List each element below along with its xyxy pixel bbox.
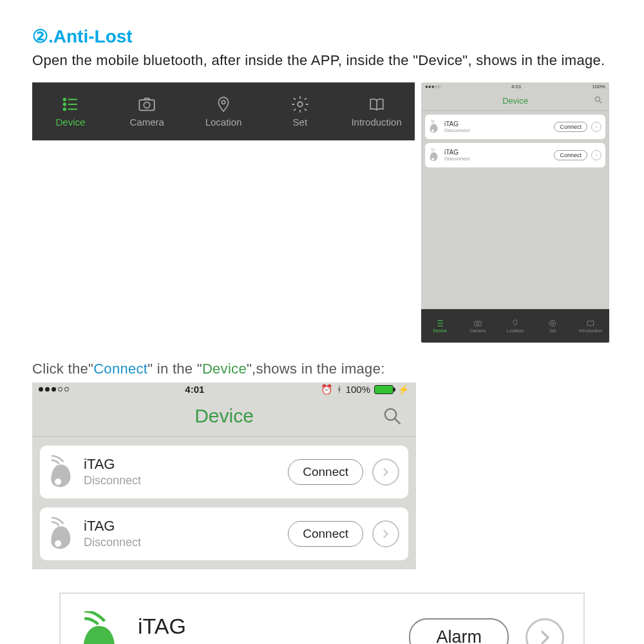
search-icon[interactable]	[383, 406, 402, 426]
book-icon	[585, 319, 596, 328]
tab-label: Camera	[130, 117, 164, 128]
svg-point-8	[222, 100, 225, 104]
highlight-connect: Connect	[93, 361, 147, 377]
svg-point-9	[298, 102, 303, 108]
device-status: Disconnect	[84, 536, 279, 549]
big-phone-preview: 4:01 ⏰ ᚼ 100% ⚡ Device iTAG Disconnect C…	[32, 383, 416, 569]
gear-icon	[289, 95, 311, 114]
tab-label: Location	[205, 117, 242, 128]
tag-icon	[429, 147, 440, 163]
tab-label: Device	[55, 117, 85, 128]
svg-point-4	[64, 108, 66, 110]
connect-button[interactable]: Connect	[554, 150, 587, 160]
chevron-right-icon[interactable]: ›	[591, 150, 601, 160]
tab-device[interactable]: Device	[32, 82, 109, 140]
battery-indicator: ⏰ ᚼ 100% ⚡	[321, 384, 410, 395]
pin-icon	[510, 319, 520, 328]
tab-introduction[interactable]: Introduction	[572, 309, 609, 343]
device-row: iTAG Disconnect Connect	[40, 446, 408, 498]
status-battery: 100%	[592, 84, 605, 90]
gear-icon	[547, 319, 558, 328]
list-icon	[435, 319, 445, 328]
bluetooth-icon: ᚼ	[337, 384, 342, 394]
alarm-icon: ⏰	[321, 384, 333, 395]
signal-dots	[39, 387, 69, 392]
svg-point-7	[144, 102, 150, 108]
device-status: Connected	[138, 641, 392, 644]
device-name: iTAG	[84, 456, 279, 473]
pin-icon	[213, 95, 234, 114]
mini-device-row: iTAG Disconnect Connect ›	[425, 115, 605, 139]
signal-dots: ●●●○○	[425, 84, 440, 90]
tag-icon	[49, 455, 75, 489]
camera-icon	[473, 319, 483, 328]
svg-rect-18	[474, 321, 481, 326]
battery-pct: 100%	[346, 384, 370, 395]
chevron-right-icon[interactable]	[372, 459, 399, 486]
device-status: Disconnect	[84, 474, 279, 488]
search-icon[interactable]	[594, 95, 603, 104]
highlight-device: Device	[202, 361, 247, 377]
caption-text: Click the"Connect" in the "Device",shows…	[32, 361, 612, 377]
svg-point-2	[64, 104, 66, 106]
tab-camera[interactable]: Camera	[459, 309, 496, 343]
connected-device-panel: iTAG Connected Alarm	[59, 592, 585, 644]
svg-line-12	[600, 101, 602, 104]
camera-icon	[136, 95, 158, 114]
svg-point-25	[55, 540, 61, 547]
svg-point-19	[477, 323, 479, 325]
device-status: Disconnect	[444, 128, 550, 133]
device-row: iTAG Disconnect Connect	[40, 507, 408, 560]
tab-set[interactable]: Set	[534, 309, 571, 343]
device-name: iTAG	[84, 518, 279, 535]
svg-point-24	[55, 478, 61, 485]
svg-line-23	[395, 419, 400, 424]
connect-button[interactable]: Connect	[554, 122, 587, 132]
mini-phone-preview: ●●●○○ 4:01 100% Device iTAG Disconnect C…	[421, 82, 609, 343]
status-time: 4:01	[511, 84, 522, 90]
chevron-right-icon[interactable]	[526, 618, 564, 644]
header-title: Device	[194, 405, 254, 427]
app-bottom-toolbar: Device Camera Location Set	[32, 82, 415, 140]
chevron-right-icon[interactable]	[372, 520, 399, 547]
status-time: 4:01	[185, 384, 204, 395]
section-body: Open the mobile bluetooth, after inside …	[32, 51, 612, 71]
svg-point-21	[550, 320, 556, 326]
tab-introduction[interactable]: Introduction	[338, 82, 415, 140]
mini-header: Device	[421, 91, 609, 111]
tag-icon	[80, 611, 121, 644]
mini-header-title: Device	[502, 96, 528, 106]
device-name: iTAG	[444, 149, 550, 156]
battery-icon	[374, 385, 393, 394]
mini-bottom-nav: Device Camera Location Set Introduction	[421, 309, 609, 343]
tab-label: Set	[293, 117, 308, 128]
svg-point-22	[385, 409, 397, 421]
device-status: Disconnect	[444, 156, 550, 162]
svg-point-11	[595, 97, 600, 101]
app-header: Device	[32, 397, 416, 437]
svg-point-20	[552, 322, 554, 325]
connect-button[interactable]: Connect	[288, 459, 363, 485]
status-bar: 4:01 ⏰ ᚼ 100% ⚡	[32, 383, 416, 397]
charging-icon: ⚡	[397, 384, 410, 395]
svg-point-13	[431, 129, 434, 132]
svg-rect-6	[140, 100, 155, 110]
mini-device-row: iTAG Disconnect Connect ›	[425, 143, 605, 167]
tab-label: Introduction	[351, 117, 401, 128]
chevron-right-icon[interactable]: ›	[591, 122, 601, 132]
tab-camera[interactable]: Camera	[109, 82, 185, 140]
tab-location[interactable]: Location	[497, 309, 534, 343]
tab-set[interactable]: Set	[261, 82, 338, 140]
svg-point-14	[431, 158, 434, 160]
tab-location[interactable]: Location	[185, 82, 262, 140]
device-name: iTAG	[444, 120, 550, 128]
device-name: iTAG	[138, 614, 392, 639]
connect-button[interactable]: Connect	[288, 521, 363, 547]
list-icon	[59, 95, 81, 114]
tag-icon	[49, 516, 75, 551]
tag-icon	[429, 119, 440, 135]
alarm-button[interactable]: Alarm	[409, 618, 509, 644]
mini-status-bar: ●●●○○ 4:01 100%	[421, 82, 609, 91]
tab-device[interactable]: Device	[421, 309, 459, 343]
section-heading: ②.Anti-Lost	[32, 26, 612, 47]
